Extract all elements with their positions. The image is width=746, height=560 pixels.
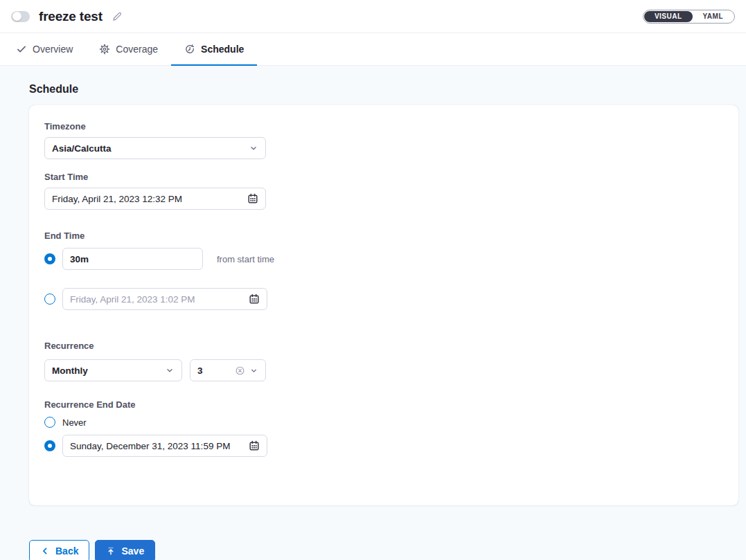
recurrence-end-input[interactable] (70, 441, 243, 451)
chevron-down-icon (249, 366, 258, 375)
check-icon (16, 44, 27, 55)
schedule-panel: Schedule Timezone Asia/Calcutta Start Ti… (0, 83, 746, 560)
footer-actions: Back Save (29, 540, 746, 560)
tab-schedule[interactable]: Schedule (171, 33, 257, 66)
schedule-card: Timezone Asia/Calcutta Start Time (29, 105, 738, 505)
start-time-input-wrap (44, 188, 266, 210)
recurrence-end-date-label: Recurrence End Date (44, 399, 723, 410)
recurrence-type-value: Monthly (52, 365, 161, 376)
chevron-down-icon (165, 365, 175, 375)
recurrence-label: Recurrence (44, 341, 723, 351)
recurrence-end-datetime-option (44, 435, 723, 457)
end-datetime-radio[interactable] (44, 293, 55, 305)
recurrence-end-radio[interactable] (44, 440, 55, 451)
timezone-field: Timezone Asia/Calcutta (44, 121, 723, 159)
upload-icon (106, 546, 116, 556)
start-time-label: Start Time (44, 172, 723, 182)
recurrence-field: Recurrence Monthly (44, 341, 723, 381)
never-radio[interactable] (44, 417, 55, 428)
recurrence-every-input[interactable] (197, 365, 232, 376)
tab-label: Overview (33, 44, 73, 55)
end-time-datetime-option (44, 288, 723, 310)
recurring-schedule-icon (184, 44, 195, 55)
timezone-label: Timezone (44, 121, 723, 132)
tab-overview[interactable]: Overview (3, 33, 86, 66)
end-datetime-input[interactable] (70, 294, 243, 305)
clear-icon[interactable] (235, 365, 245, 376)
end-time-label: End Time (44, 231, 723, 241)
toggle-knob (12, 12, 21, 21)
page-title: freeze test (39, 9, 103, 24)
chevron-down-icon (249, 143, 258, 153)
never-label: Never (62, 417, 87, 428)
never-option: Never (44, 417, 723, 428)
tab-label: Coverage (116, 44, 158, 55)
recurrence-every-combobox (190, 359, 266, 381)
end-time-field: End Time from start time (44, 231, 723, 310)
end-time-duration-option: from start time (44, 248, 723, 270)
studio-tabs: Overview Coverage (0, 33, 746, 66)
duration-input-wrap (62, 248, 203, 270)
chevron-left-icon (40, 546, 50, 556)
pencil-icon (112, 11, 123, 22)
edit-name-button[interactable] (112, 11, 123, 22)
freeze-enabled-toggle[interactable] (11, 11, 30, 22)
duration-input[interactable] (70, 254, 195, 264)
save-button[interactable]: Save (95, 540, 155, 560)
freeze-window-studio: freeze test VISUAL YAML Overview (0, 0, 746, 560)
visual-yaml-toggle: VISUAL YAML (643, 10, 735, 24)
section-heading: Schedule (29, 83, 746, 96)
start-time-input[interactable] (52, 194, 242, 204)
recurrence-end-date-field: Recurrence End Date Never (44, 399, 723, 457)
tab-coverage[interactable]: Coverage (86, 33, 171, 66)
calendar-icon[interactable] (247, 193, 258, 204)
recurrence-type-select[interactable]: Monthly (44, 359, 182, 381)
back-button[interactable]: Back (29, 540, 89, 560)
save-button-label: Save (121, 545, 144, 557)
calendar-icon[interactable] (249, 440, 260, 451)
visual-toggle-button[interactable]: VISUAL (644, 11, 693, 22)
tab-label: Schedule (201, 44, 244, 55)
timezone-value: Asia/Calcutta (52, 143, 245, 154)
recurrence-end-input-wrap (62, 435, 267, 457)
gear-icon (99, 44, 110, 55)
from-start-time-text: from start time (217, 254, 274, 264)
timezone-select[interactable]: Asia/Calcutta (44, 137, 266, 159)
top-bar: freeze test VISUAL YAML (0, 0, 746, 33)
yaml-toggle-button[interactable]: YAML (693, 11, 734, 22)
end-datetime-input-wrap (62, 288, 267, 310)
start-time-field: Start Time (44, 172, 723, 210)
duration-radio[interactable] (44, 253, 55, 264)
back-button-label: Back (55, 545, 78, 557)
calendar-icon[interactable] (249, 293, 260, 305)
